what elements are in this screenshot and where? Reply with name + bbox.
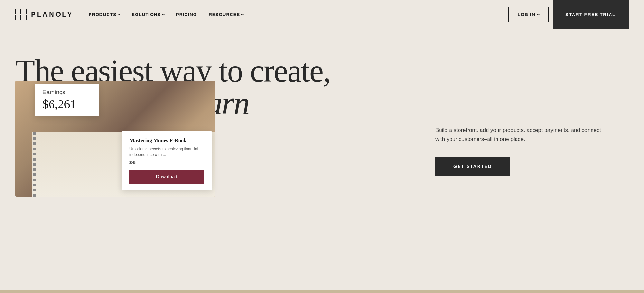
svg-rect-2 [16,15,21,20]
nav-pricing[interactable]: PRICING [176,12,197,17]
nav-resources[interactable]: RESOURCES [209,12,244,17]
login-button[interactable]: LOG IN [508,7,549,22]
hero-right-content: Build a storefront, add your products, a… [435,126,629,176]
logo-text: PLANOLY [31,10,73,19]
navbar: PLANOLY PRODUCTS SOLUTIONS PRICING RESOU… [0,0,644,29]
get-started-button[interactable]: GET STARTED [435,157,510,176]
product-card: Mastering Money E-Book Unlock the secret… [122,131,212,190]
bottom-decorative-strip [0,290,644,293]
logo-icon [15,9,27,20]
chevron-down-icon [117,12,120,15]
hero-section: The easiest way to create, sell and earn… [0,29,644,293]
nav-links: PRODUCTS SOLUTIONS PRICING RESOURCES [89,12,243,17]
svg-rect-0 [16,9,21,14]
chevron-down-icon [537,12,540,15]
start-trial-button[interactable]: START FREE TRIAL [553,0,629,29]
chevron-down-icon [241,12,244,15]
nav-products[interactable]: PRODUCTS [89,12,120,17]
nav-right: LOG IN START FREE TRIAL [508,0,629,29]
download-button[interactable]: Download [129,170,204,184]
hero-subtitle: Build a storefront, add your products, a… [435,126,603,144]
svg-rect-1 [22,9,27,14]
nav-solutions[interactable]: SOLUTIONS [132,12,165,17]
chevron-down-icon [162,12,165,15]
nav-left: PLANOLY PRODUCTS SOLUTIONS PRICING RESOU… [15,9,243,20]
svg-rect-3 [22,15,27,20]
logo[interactable]: PLANOLY [15,9,73,20]
earnings-card: Earnings $6,261 [35,84,99,116]
hero-image: Earnings $6,261 Mastering Money E-Book U… [15,81,215,197]
